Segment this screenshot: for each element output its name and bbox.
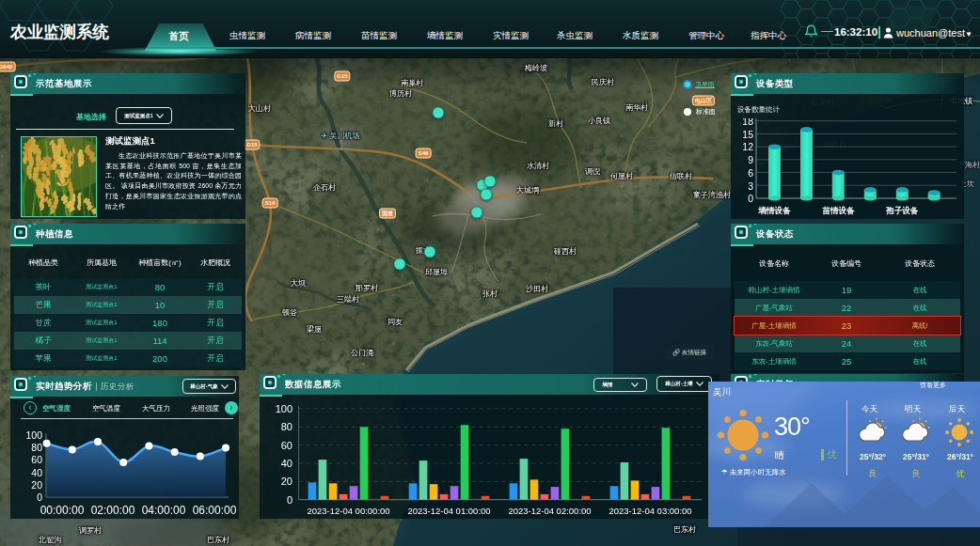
svg-text:40: 40 bbox=[281, 458, 292, 469]
svg-text:2023-12-04 02:00:00: 2023-12-04 02:00:00 bbox=[508, 506, 591, 516]
svg-text:18: 18 bbox=[742, 118, 753, 127]
svg-text:苗情设备: 苗情设备 bbox=[821, 206, 855, 215]
svg-text:00:00:00: 00:00:00 bbox=[40, 504, 85, 517]
svg-text:06:00:00: 06:00:00 bbox=[193, 504, 237, 517]
svg-text:9: 9 bbox=[748, 154, 753, 165]
svg-text:20: 20 bbox=[31, 479, 42, 491]
svg-text:100: 100 bbox=[276, 403, 292, 414]
svg-text:0: 0 bbox=[748, 193, 753, 204]
svg-text:2023-12-04 01:00:00: 2023-12-04 01:00:00 bbox=[407, 506, 490, 516]
svg-text:15: 15 bbox=[742, 129, 753, 140]
svg-text:孢子设备: 孢子设备 bbox=[885, 206, 919, 215]
svg-text:80: 80 bbox=[281, 421, 292, 432]
svg-text:40: 40 bbox=[31, 467, 42, 478]
svg-text:2023-12-04 03:00:00: 2023-12-04 03:00:00 bbox=[609, 506, 691, 516]
svg-text:20: 20 bbox=[281, 476, 292, 487]
svg-text:6: 6 bbox=[748, 167, 753, 179]
svg-text:04:00:00: 04:00:00 bbox=[142, 504, 186, 517]
svg-text:2023-12-04 00:00:00: 2023-12-04 00:00:00 bbox=[307, 506, 389, 516]
svg-text:100: 100 bbox=[25, 429, 42, 441]
svg-text:12: 12 bbox=[742, 141, 753, 152]
svg-text:80: 80 bbox=[31, 442, 42, 453]
svg-text:墒情设备: 墒情设备 bbox=[758, 206, 792, 215]
svg-text:3: 3 bbox=[748, 180, 753, 192]
svg-text:60: 60 bbox=[281, 440, 292, 451]
svg-text:0: 0 bbox=[287, 494, 292, 506]
svg-text:02:00:00: 02:00:00 bbox=[91, 504, 135, 517]
svg-text:60: 60 bbox=[31, 454, 42, 465]
svg-text:0: 0 bbox=[37, 491, 42, 503]
